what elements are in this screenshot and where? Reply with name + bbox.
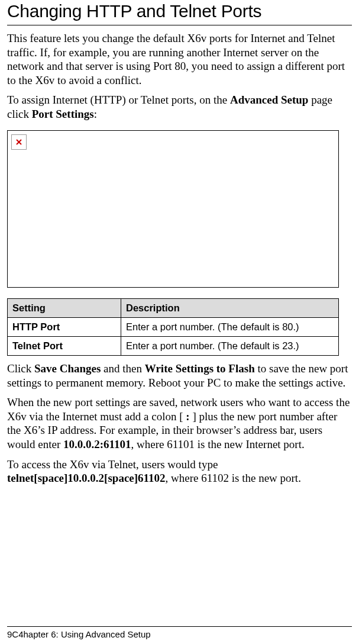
- col-description: Description: [121, 299, 339, 318]
- footer-text: 9C4hapter 6: Using Advanced Setup: [7, 629, 352, 639]
- text: To access the X6v via Telnet, users woul…: [7, 458, 218, 471]
- footer-label: 9C4hapter 6: Using Advanced Setup: [7, 629, 151, 639]
- settings-table: Setting Description HTTP Port Enter a po…: [7, 298, 339, 356]
- footer-rule: [7, 626, 352, 627]
- text: and then: [101, 362, 144, 375]
- setting-desc: Enter a port number. (The default is 23.…: [121, 337, 339, 356]
- bold-text: telnet[space]10.0.0.2[space]61102: [7, 472, 166, 484]
- telnet-access-paragraph: To access the X6v via Telnet, users woul…: [7, 458, 352, 485]
- text: , where 61101 is the new Internet port.: [131, 438, 305, 450]
- setting-name: Telnet Port: [8, 337, 121, 356]
- setting-name: HTTP Port: [8, 318, 121, 337]
- text: , where 61102 is the new port.: [166, 472, 301, 484]
- bold-text: Port Settings: [32, 108, 94, 120]
- text: :: [94, 108, 97, 120]
- save-paragraph: Click Save Changes and then Write Settin…: [7, 362, 352, 389]
- screenshot-placeholder: [7, 130, 339, 288]
- intro-paragraph: This feature lets you change the default…: [7, 31, 352, 87]
- text: Click: [7, 362, 34, 375]
- bold-text: Save Changes: [34, 362, 101, 375]
- bold-text: 10.0.0.2:61101: [63, 438, 131, 450]
- broken-image-icon: [11, 134, 27, 150]
- col-setting: Setting: [8, 299, 121, 318]
- setting-desc: Enter a port number. (The default is 80.…: [121, 318, 339, 337]
- bold-text: Advanced Setup: [230, 94, 309, 106]
- bold-text: Write Settings to Flash: [145, 362, 255, 375]
- instruction-paragraph: To assign Internet (HTTP) or Telnet port…: [7, 93, 352, 121]
- http-access-paragraph: When the new port settings are saved, ne…: [7, 395, 352, 451]
- table-header-row: Setting Description: [8, 299, 339, 318]
- page-title: Changing HTTP and Telnet Ports: [7, 0, 352, 25]
- table-row: Telnet Port Enter a port number. (The de…: [8, 337, 339, 356]
- text: To assign Internet (HTTP) or Telnet port…: [7, 94, 230, 106]
- table-row: HTTP Port Enter a port number. (The defa…: [8, 318, 339, 337]
- page-footer: 9C4hapter 6: Using Advanced Setup: [7, 626, 352, 639]
